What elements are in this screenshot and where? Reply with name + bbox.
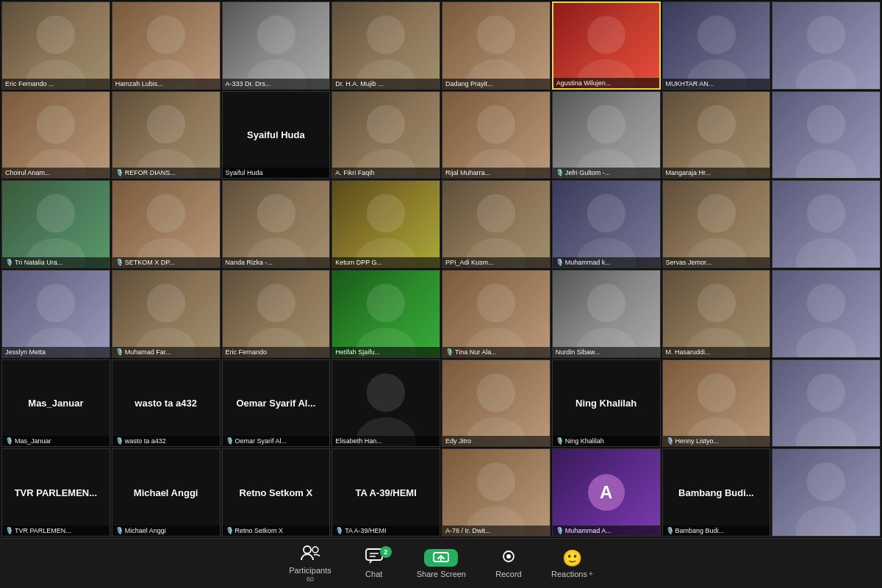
participants-icon	[301, 545, 320, 564]
svg-point-60	[807, 284, 845, 322]
svg-point-64	[477, 373, 515, 412]
svg-point-45	[796, 238, 856, 268]
participant-tile-37: Edy Jitro	[442, 359, 551, 448]
svg-point-24	[587, 105, 625, 143]
participant-name-13: Rijal Muharra...	[442, 168, 550, 178]
participant-name-47: 🎙️Bambang Budi...	[663, 526, 770, 536]
participant-name-12: A. Fikri Faqih	[332, 168, 440, 178]
reactions-label: Reactions	[551, 570, 587, 578]
participant-name-19: Nanda Rizka -...	[223, 257, 330, 268]
participant-tile-5: Dadang Prayit...	[442, 1, 551, 90]
participant-tile-43: Retno Setkom X🎙️Retno Setkom X	[222, 448, 331, 537]
participant-name-6: Agustina Wilujen...	[553, 78, 659, 88]
participant-tile-23: Servas Jemor...	[662, 180, 771, 268]
participant-name-33: 🎙️Mas_Januar	[2, 436, 110, 446]
participant-name-26: 🎙️Muhamad Far...	[112, 347, 220, 357]
video-grid: Eric Fernando ...Hamzah Lubis...A-333 Dr…	[0, 0, 882, 538]
participant-name-39: 🎙️Henny Listyo...	[663, 436, 770, 446]
participant-name-46: 🎙️Muhammad A...	[553, 526, 660, 536]
svg-point-72	[807, 462, 845, 501]
participant-name-14: 🎙️Jefri Gultom -...	[553, 168, 660, 178]
participant-tile-11: Syaiful HudaSyaiful Huda	[222, 91, 331, 179]
participant-tile-38: Ning Khalilah🎙️Ning Khalilah	[552, 359, 661, 448]
svg-point-81	[506, 554, 511, 559]
participant-tile-41: TVR PARLEMEN...🎙️TVR PARLEMEN...	[1, 448, 110, 537]
participant-tile-33: Mas_Januar🎙️Mas_Januar	[1, 359, 110, 448]
participant-name-2: Hamzah Lubis...	[112, 79, 220, 89]
participant-name-3: A-333 Dr. Drs...	[223, 79, 330, 89]
svg-point-15	[796, 60, 856, 89]
participants-button[interactable]: Participants 60	[276, 539, 344, 589]
chat-button[interactable]: 2 Chat	[345, 542, 404, 584]
svg-point-50	[257, 284, 295, 322]
participant-name-37: Edy Jitro	[442, 436, 550, 446]
svg-point-26	[697, 105, 735, 143]
participant-name-9: Choirul Anam...	[2, 168, 110, 178]
svg-point-54	[477, 284, 515, 322]
share-screen-icon	[424, 549, 458, 567]
svg-point-61	[796, 328, 856, 357]
svg-point-6	[367, 15, 405, 54]
record-label: Record	[495, 570, 521, 578]
svg-point-52	[367, 284, 405, 322]
participant-tile-48	[772, 448, 881, 537]
participant-name-45: A-76 / Ir. Dwit...	[442, 526, 550, 536]
participant-tile-29: 🎙️Tina Nur Ala...	[442, 270, 551, 358]
participant-name-25: Jesslyn Metta	[2, 347, 110, 357]
svg-point-74	[304, 546, 311, 553]
participant-tile-34: wasto ta a432🎙️wasto ta a432	[112, 359, 220, 448]
svg-point-32	[146, 194, 184, 232]
participant-tile-17: 🎙️Tri Natalia Ura...	[1, 180, 110, 268]
participants-label: Participants	[289, 566, 331, 575]
svg-point-75	[312, 547, 318, 553]
svg-point-10	[587, 16, 625, 54]
participant-tile-4: Dr. H.A. Mujib ...	[331, 1, 440, 90]
participant-tile-2: Hamzah Lubis...	[112, 1, 220, 90]
participant-tile-6: Agustina Wilujen...	[552, 1, 661, 90]
participant-name-30: Nurdin Sibaw...	[553, 347, 660, 357]
participant-tile-22: 🎙️Muhammad k...	[552, 180, 661, 268]
participant-tile-26: 🎙️Muhamad Far...	[112, 270, 220, 358]
participant-name-18: 🎙️SETKOM X DP...	[112, 257, 220, 268]
participant-tile-10: 🎙️REFOR DIANS...	[112, 91, 220, 179]
svg-point-14	[807, 15, 845, 54]
participant-tile-36: Elisabeth Han...	[331, 359, 440, 448]
svg-point-4	[257, 15, 295, 54]
participant-tile-35: Oemar Syarif Al...🎙️Oemar Syarif Al...	[222, 359, 331, 448]
svg-point-69	[796, 417, 856, 446]
svg-point-0	[37, 15, 75, 54]
participant-tile-7: MUKHTAR AN...	[662, 1, 771, 90]
participant-tile-42: Michael Anggi🎙️Michael Anggi	[112, 448, 220, 537]
participant-tile-1: Eric Fernando ...	[1, 1, 110, 90]
participant-name-21: PPI_Adi Kusm...	[442, 257, 550, 268]
participant-tile-31: M. Hasaruddi...	[662, 270, 771, 358]
participant-name-43: 🎙️Retno Setkom X	[223, 526, 330, 536]
participant-tile-24	[772, 180, 881, 268]
participant-tile-27: Eric Fernando	[222, 270, 331, 358]
svg-point-8	[477, 15, 515, 54]
svg-point-48	[146, 284, 184, 322]
participant-name-34: 🎙️wasto ta a432	[112, 436, 220, 446]
reactions-button[interactable]: 🙂 Reactions +	[538, 543, 606, 584]
svg-point-20	[367, 105, 405, 143]
record-icon	[500, 548, 517, 568]
participant-name-5: Dadang Prayit...	[442, 79, 550, 89]
participants-count: 60	[306, 576, 314, 583]
record-button[interactable]: Record	[479, 542, 538, 584]
participant-tile-14: 🎙️Jefri Gultom -...	[552, 91, 661, 179]
participant-tile-3: A-333 Dr. Drs...	[222, 1, 331, 90]
participant-tile-30: Nurdin Sibaw...	[552, 270, 661, 358]
svg-point-58	[697, 284, 735, 322]
participant-tile-25: Jesslyn Metta	[1, 270, 110, 358]
svg-point-28	[807, 105, 845, 143]
participant-tile-12: A. Fikri Faqih	[331, 91, 440, 179]
svg-point-46	[37, 284, 75, 322]
participant-tile-39: 🎙️Henny Listyo...	[662, 359, 771, 448]
participant-name-23: Servas Jemor...	[663, 257, 770, 268]
svg-point-18	[146, 105, 184, 143]
participant-tile-46: A🎙️Muhammad A...	[552, 448, 661, 537]
participant-tile-40	[772, 359, 881, 448]
svg-point-30	[37, 194, 75, 232]
share-screen-button[interactable]: Share Screen	[404, 543, 479, 584]
participant-name-44: 🎙️TA A-39/HEMI	[332, 526, 440, 536]
